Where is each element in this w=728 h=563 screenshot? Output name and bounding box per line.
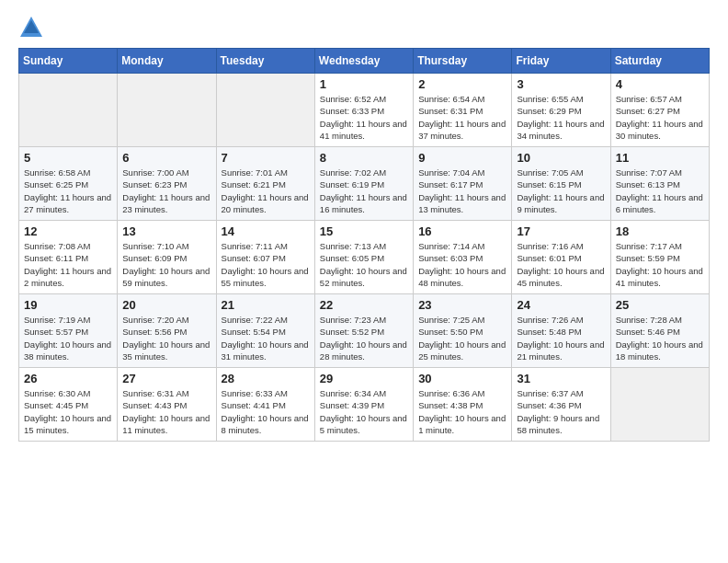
- day-info: Sunrise: 7:07 AM Sunset: 6:13 PM Dayligh…: [616, 167, 704, 215]
- weekday-header-row: SundayMondayTuesdayWednesdayThursdayFrid…: [19, 49, 710, 74]
- day-info: Sunrise: 6:36 AM Sunset: 4:38 PM Dayligh…: [418, 387, 506, 436]
- calendar-cell: 6Sunrise: 7:00 AM Sunset: 6:23 PM Daylig…: [118, 147, 216, 221]
- day-number: 4: [616, 77, 704, 91]
- day-number: 15: [320, 224, 408, 238]
- calendar-cell: 2Sunrise: 6:54 AM Sunset: 6:31 PM Daylig…: [414, 74, 512, 147]
- calendar-cell: 4Sunrise: 6:57 AM Sunset: 6:27 PM Daylig…: [610, 74, 709, 147]
- day-info: Sunrise: 7:00 AM Sunset: 6:23 PM Dayligh…: [122, 167, 210, 215]
- day-info: Sunrise: 7:02 AM Sunset: 6:19 PM Dayligh…: [320, 167, 408, 215]
- weekday-header-wednesday: Wednesday: [314, 49, 413, 74]
- calendar-cell: [610, 368, 709, 442]
- day-number: 10: [517, 151, 605, 165]
- day-number: 26: [24, 372, 112, 385]
- weekday-header-monday: Monday: [118, 49, 216, 74]
- calendar-cell: 12Sunrise: 7:08 AM Sunset: 6:11 PM Dayli…: [19, 221, 118, 294]
- day-number: 13: [122, 224, 210, 238]
- calendar-cell: 25Sunrise: 7:28 AM Sunset: 5:46 PM Dayli…: [610, 294, 709, 368]
- day-info: Sunrise: 7:16 AM Sunset: 6:01 PM Dayligh…: [517, 240, 605, 289]
- day-info: Sunrise: 6:57 AM Sunset: 6:27 PM Dayligh…: [616, 93, 704, 142]
- day-number: 18: [616, 224, 704, 238]
- calendar-cell: 15Sunrise: 7:13 AM Sunset: 6:05 PM Dayli…: [314, 221, 413, 294]
- day-number: 27: [122, 372, 210, 385]
- calendar-cell: 29Sunrise: 6:34 AM Sunset: 4:39 PM Dayli…: [314, 368, 413, 442]
- week-row-1: 1Sunrise: 6:52 AM Sunset: 6:33 PM Daylig…: [19, 74, 710, 147]
- calendar-cell: 28Sunrise: 6:33 AM Sunset: 4:41 PM Dayli…: [216, 368, 314, 442]
- calendar-cell: 1Sunrise: 6:52 AM Sunset: 6:33 PM Daylig…: [314, 74, 413, 147]
- day-info: Sunrise: 6:31 AM Sunset: 4:43 PM Dayligh…: [122, 387, 210, 436]
- week-row-2: 5Sunrise: 6:58 AM Sunset: 6:25 PM Daylig…: [19, 147, 710, 221]
- day-number: 25: [616, 298, 704, 312]
- day-info: Sunrise: 6:34 AM Sunset: 4:39 PM Dayligh…: [320, 387, 408, 436]
- calendar-cell: 20Sunrise: 7:20 AM Sunset: 5:56 PM Dayli…: [118, 294, 216, 368]
- day-number: 12: [24, 224, 112, 238]
- day-info: Sunrise: 6:37 AM Sunset: 4:36 PM Dayligh…: [517, 387, 605, 436]
- calendar-cell: 9Sunrise: 7:04 AM Sunset: 6:17 PM Daylig…: [414, 147, 512, 221]
- day-info: Sunrise: 7:04 AM Sunset: 6:17 PM Dayligh…: [418, 167, 506, 215]
- day-number: 3: [517, 77, 605, 91]
- day-info: Sunrise: 7:28 AM Sunset: 5:46 PM Dayligh…: [616, 314, 704, 362]
- calendar-cell: 13Sunrise: 7:10 AM Sunset: 6:09 PM Dayli…: [118, 221, 216, 294]
- day-info: Sunrise: 6:54 AM Sunset: 6:31 PM Dayligh…: [418, 93, 506, 142]
- day-number: 8: [320, 151, 408, 165]
- day-info: Sunrise: 6:58 AM Sunset: 6:25 PM Dayligh…: [24, 167, 112, 215]
- day-number: 24: [517, 298, 605, 312]
- day-info: Sunrise: 6:55 AM Sunset: 6:29 PM Dayligh…: [517, 93, 605, 142]
- day-number: 22: [320, 298, 408, 312]
- day-info: Sunrise: 6:30 AM Sunset: 4:45 PM Dayligh…: [24, 387, 112, 436]
- week-row-5: 26Sunrise: 6:30 AM Sunset: 4:45 PM Dayli…: [19, 368, 710, 442]
- week-row-3: 12Sunrise: 7:08 AM Sunset: 6:11 PM Dayli…: [19, 221, 710, 294]
- day-info: Sunrise: 7:14 AM Sunset: 6:03 PM Dayligh…: [418, 240, 506, 289]
- weekday-header-sunday: Sunday: [19, 49, 118, 74]
- day-number: 14: [222, 224, 310, 238]
- day-info: Sunrise: 7:25 AM Sunset: 5:50 PM Dayligh…: [418, 314, 506, 362]
- day-number: 2: [418, 77, 506, 91]
- calendar-cell: 10Sunrise: 7:05 AM Sunset: 6:15 PM Dayli…: [512, 147, 610, 221]
- calendar-cell: 31Sunrise: 6:37 AM Sunset: 4:36 PM Dayli…: [512, 368, 610, 442]
- day-number: 7: [222, 151, 310, 165]
- calendar-cell: 26Sunrise: 6:30 AM Sunset: 4:45 PM Dayli…: [19, 368, 118, 442]
- calendar-cell: 27Sunrise: 6:31 AM Sunset: 4:43 PM Dayli…: [118, 368, 216, 442]
- weekday-header-thursday: Thursday: [414, 49, 512, 74]
- day-number: 1: [320, 77, 408, 91]
- calendar-cell: [118, 74, 216, 147]
- day-info: Sunrise: 6:33 AM Sunset: 4:41 PM Dayligh…: [222, 387, 310, 436]
- logo-icon: [18, 15, 44, 40]
- calendar-cell: [216, 74, 314, 147]
- calendar-cell: 5Sunrise: 6:58 AM Sunset: 6:25 PM Daylig…: [19, 147, 118, 221]
- calendar-cell: 14Sunrise: 7:11 AM Sunset: 6:07 PM Dayli…: [216, 221, 314, 294]
- day-info: Sunrise: 7:08 AM Sunset: 6:11 PM Dayligh…: [24, 240, 112, 289]
- calendar-cell: 30Sunrise: 6:36 AM Sunset: 4:38 PM Dayli…: [414, 368, 512, 442]
- weekday-header-friday: Friday: [512, 49, 610, 74]
- day-number: 16: [418, 224, 506, 238]
- calendar-cell: 11Sunrise: 7:07 AM Sunset: 6:13 PM Dayli…: [610, 147, 709, 221]
- day-info: Sunrise: 7:20 AM Sunset: 5:56 PM Dayligh…: [122, 314, 210, 362]
- logo: [18, 15, 48, 40]
- page-header: [18, 15, 710, 40]
- day-info: Sunrise: 7:26 AM Sunset: 5:48 PM Dayligh…: [517, 314, 605, 362]
- calendar-table: SundayMondayTuesdayWednesdayThursdayFrid…: [18, 48, 710, 442]
- day-number: 28: [222, 372, 310, 385]
- day-info: Sunrise: 7:23 AM Sunset: 5:52 PM Dayligh…: [320, 314, 408, 362]
- day-number: 11: [616, 151, 704, 165]
- day-info: Sunrise: 7:13 AM Sunset: 6:05 PM Dayligh…: [320, 240, 408, 289]
- day-number: 5: [24, 151, 112, 165]
- calendar-cell: 18Sunrise: 7:17 AM Sunset: 5:59 PM Dayli…: [610, 221, 709, 294]
- day-info: Sunrise: 7:10 AM Sunset: 6:09 PM Dayligh…: [122, 240, 210, 289]
- calendar-cell: 3Sunrise: 6:55 AM Sunset: 6:29 PM Daylig…: [512, 74, 610, 147]
- day-info: Sunrise: 7:05 AM Sunset: 6:15 PM Dayligh…: [517, 167, 605, 215]
- day-info: Sunrise: 7:19 AM Sunset: 5:57 PM Dayligh…: [24, 314, 112, 362]
- calendar-cell: [19, 74, 118, 147]
- calendar-cell: 24Sunrise: 7:26 AM Sunset: 5:48 PM Dayli…: [512, 294, 610, 368]
- day-info: Sunrise: 7:11 AM Sunset: 6:07 PM Dayligh…: [222, 240, 310, 289]
- day-info: Sunrise: 7:17 AM Sunset: 5:59 PM Dayligh…: [616, 240, 704, 289]
- day-number: 17: [517, 224, 605, 238]
- calendar-cell: 23Sunrise: 7:25 AM Sunset: 5:50 PM Dayli…: [414, 294, 512, 368]
- calendar-cell: 17Sunrise: 7:16 AM Sunset: 6:01 PM Dayli…: [512, 221, 610, 294]
- day-number: 29: [320, 372, 408, 385]
- day-number: 31: [517, 372, 605, 385]
- calendar-cell: 19Sunrise: 7:19 AM Sunset: 5:57 PM Dayli…: [19, 294, 118, 368]
- day-number: 9: [418, 151, 506, 165]
- calendar-cell: 8Sunrise: 7:02 AM Sunset: 6:19 PM Daylig…: [314, 147, 413, 221]
- weekday-header-tuesday: Tuesday: [216, 49, 314, 74]
- day-number: 21: [222, 298, 310, 312]
